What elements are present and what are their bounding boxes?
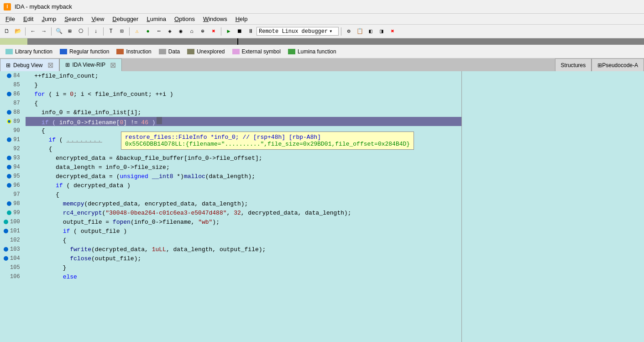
menu-search[interactable]: Search bbox=[61, 15, 87, 23]
menu-help[interactable]: Help bbox=[232, 15, 251, 23]
legend-unexplored-color bbox=[187, 49, 194, 54]
toolbar-new[interactable]: 🗋 bbox=[2, 26, 12, 37]
line-97: 97 bbox=[4, 190, 22, 199]
line-94: 94 bbox=[4, 163, 22, 172]
debugger-dropdown[interactable]: Remote Linux debugger ▾ bbox=[257, 27, 339, 36]
code-panel[interactable]: 84 85 86 87 88 bbox=[0, 71, 461, 342]
code-line-88: info_0 = &file_info_list[i]; bbox=[26, 108, 461, 117]
toolbar-stop[interactable]: ✖ bbox=[209, 26, 219, 37]
chevron-down-icon[interactable]: ▾ bbox=[329, 28, 332, 35]
legend-data: Data bbox=[159, 48, 180, 55]
code-line-98: memcpy(decrypted_data, encrypted_data, d… bbox=[26, 199, 461, 208]
toolbar-warn[interactable]: ⚠ bbox=[132, 26, 142, 37]
toolbar-debug-stop[interactable]: ⏹ bbox=[235, 26, 245, 37]
line-84: 84 bbox=[4, 71, 22, 80]
toolbar-back[interactable]: ← bbox=[28, 26, 38, 37]
legend-external-color bbox=[232, 49, 240, 54]
toolbar-p4[interactable]: ⊕ bbox=[198, 26, 208, 37]
pseudocode-icon: ⊞ bbox=[597, 62, 602, 68]
menu-view[interactable]: View bbox=[88, 15, 108, 23]
bp-92 bbox=[7, 147, 11, 151]
line-90: 90 bbox=[4, 126, 22, 135]
code-line-97: { bbox=[26, 190, 461, 199]
toolbar-forward[interactable]: → bbox=[39, 26, 49, 37]
toolbar-dots[interactable]: ⋯ bbox=[154, 26, 164, 37]
debug-view-close-icon[interactable]: ⊠ bbox=[47, 61, 53, 69]
toolbar-run[interactable]: ● bbox=[143, 26, 153, 37]
bp-87 bbox=[7, 101, 11, 105]
toolbar-close-debug[interactable]: ✖ bbox=[387, 26, 398, 37]
code-line-85: } bbox=[26, 80, 461, 89]
toolbar-search1[interactable]: 🔍 bbox=[54, 26, 64, 37]
toolbar-settings4[interactable]: ◨ bbox=[377, 26, 387, 37]
legend-external-label: External symbol bbox=[242, 48, 281, 55]
menu-lumina[interactable]: Lumina bbox=[143, 15, 170, 23]
code-line-104: fclose(output_file); bbox=[26, 254, 461, 263]
code-line-99: rc4_encrypt("30048-0bea264-c01c6ea3-e504… bbox=[26, 208, 461, 217]
menu-file[interactable]: File bbox=[2, 15, 19, 23]
bp-85 bbox=[7, 83, 11, 87]
ida-view-icon: ⊞ bbox=[65, 62, 70, 68]
line-101: 101 bbox=[4, 226, 22, 236]
tab-row: ⊞ Debug View ⊠ ⊞ IDA View-RIP ⊠ Structur… bbox=[0, 58, 644, 71]
toolbar-p1[interactable]: ◈ bbox=[165, 26, 175, 37]
legend-lumina: Lumina function bbox=[288, 48, 336, 55]
toolbar-down[interactable]: ↓ bbox=[91, 26, 101, 37]
bp-89 bbox=[7, 119, 11, 124]
line-92: 92 bbox=[4, 144, 22, 153]
nav-bar[interactable] bbox=[0, 38, 644, 45]
tab-structures[interactable]: Structures bbox=[555, 58, 592, 71]
bp-105 bbox=[4, 265, 8, 270]
line-104: 104 bbox=[4, 254, 22, 263]
toolbar-settings3[interactable]: ◧ bbox=[366, 26, 376, 37]
legend-lumina-color bbox=[288, 49, 295, 54]
tab-debug-view[interactable]: ⊞ Debug View ⊠ bbox=[0, 58, 59, 71]
menu-windows[interactable]: Windows bbox=[199, 15, 231, 23]
tooltip-line1: restore_files::FileInfo *info_0; // [rsp… bbox=[125, 134, 410, 141]
bp-94 bbox=[7, 165, 11, 169]
code-line-89: if ( info_0->filename[0] != 46 ) bbox=[26, 117, 461, 126]
legend-unexplored: Unexplored bbox=[187, 48, 225, 55]
toolbar-sep-1 bbox=[25, 27, 26, 36]
nav-cursor bbox=[237, 38, 238, 45]
code-line-101: if ( output_file ) bbox=[26, 226, 461, 236]
tooltip-box: restore_files::FileInfo *info_0; // [rsp… bbox=[121, 132, 414, 150]
bp-102 bbox=[4, 238, 8, 242]
toolbar-settings2[interactable]: 📋 bbox=[355, 26, 365, 37]
toolbar-settings1[interactable]: ⚙ bbox=[344, 26, 354, 37]
toolbar-t[interactable]: T bbox=[106, 26, 116, 37]
line-87: 87 bbox=[4, 99, 22, 108]
tab-ida-view-label: IDA View-RIP bbox=[73, 62, 105, 68]
code-line-96: if ( decrypted_data ) bbox=[26, 181, 461, 190]
toolbar-debug-play[interactable]: ▶ bbox=[224, 26, 234, 37]
tab-pseudocode[interactable]: ⊞ Pseudocode-A bbox=[592, 58, 644, 71]
legend-library: Library function bbox=[5, 48, 52, 55]
toolbar-hex[interactable]: ⎔ bbox=[76, 26, 86, 37]
menu-debugger[interactable]: Debugger bbox=[109, 15, 142, 23]
toolbar: 🗋 📂 ← → 🔍 ⊞ ⎔ ↓ T ⊡ ⚠ ● ⋯ ◈ ◉ ⌂ ⊕ ✖ ▶ ⏹ … bbox=[0, 25, 644, 38]
menu-edit[interactable]: Edit bbox=[20, 15, 37, 23]
code-line-102: { bbox=[26, 236, 461, 245]
toolbar-arr[interactable]: ⊡ bbox=[117, 26, 127, 37]
tab-ida-view[interactable]: ⊞ IDA View-RIP ⊠ bbox=[59, 58, 122, 71]
code-line-106: else bbox=[26, 272, 461, 281]
line-93: 93 bbox=[4, 153, 22, 163]
menu-jump[interactable]: Jump bbox=[38, 15, 60, 23]
debugger-label: Remote Linux debugger bbox=[259, 28, 328, 35]
toolbar-debug-pause[interactable]: ⏸ bbox=[246, 26, 256, 37]
legend-data-label: Data bbox=[168, 48, 180, 55]
line-96: 96 bbox=[4, 181, 22, 190]
menu-options[interactable]: Options bbox=[171, 15, 199, 23]
legend-library-label: Library function bbox=[15, 48, 52, 55]
toolbar-search2[interactable]: ⊞ bbox=[65, 26, 75, 37]
toolbar-open[interactable]: 📂 bbox=[13, 26, 23, 37]
toolbar-p3[interactable]: ⌂ bbox=[187, 26, 197, 37]
right-tabs: Structures ⊞ Pseudocode-A bbox=[555, 58, 644, 71]
toolbar-p2[interactable]: ◉ bbox=[176, 26, 186, 37]
legend-external: External symbol bbox=[232, 48, 281, 55]
line-85: 85 bbox=[4, 80, 22, 89]
ida-view-close-icon[interactable]: ⊠ bbox=[110, 61, 116, 69]
legend-bar: Library function Regular function Instru… bbox=[0, 45, 644, 58]
bp-96 bbox=[7, 183, 11, 188]
bp-86 bbox=[7, 92, 11, 96]
